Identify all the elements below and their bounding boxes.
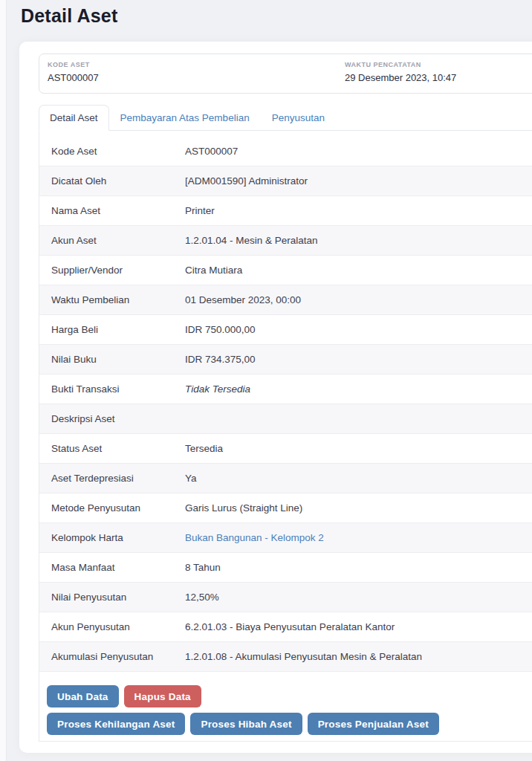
tab-detail-aset[interactable]: Detail Aset xyxy=(39,105,109,131)
table-row: Kode Aset AST000007 xyxy=(39,137,532,166)
row-value: 8 Tahun xyxy=(185,562,532,573)
table-row: Metode Penyusutan Garis Lurus (Straight … xyxy=(39,493,532,523)
row-label: Metode Penyusutan xyxy=(51,502,185,514)
proses-hibah-aset-button[interactable]: Proses Hibah Aset xyxy=(190,713,302,735)
detail-tabs: Detail AsetPembayaran Atas PembelianPeny… xyxy=(39,105,532,131)
row-value: 6.2.01.03 - Biaya Penyusutan Peralatan K… xyxy=(185,621,532,632)
row-label: Deskripsi Aset xyxy=(51,413,185,424)
row-label: Kelompok Harta xyxy=(51,532,185,543)
table-row: Akumulasi Penyusutan 1.2.01.08 - Akumula… xyxy=(39,642,532,672)
tab-label: Detail Aset xyxy=(50,112,98,123)
row-label: Kode Aset xyxy=(51,146,185,157)
proses-kehilangan-aset-button[interactable]: Proses Kehilangan Aset xyxy=(47,713,185,735)
row-label: Aset Terdepresiasi xyxy=(51,473,185,484)
row-label: Akun Penyusutan xyxy=(51,621,185,632)
tab-label: Pembayaran Atas Pembelian xyxy=(120,112,250,123)
waktu-pencatatan-value: 29 Desember 2023, 10:47 xyxy=(345,72,456,83)
detail-table: Kode Aset AST000007 Dicatat Oleh [ADM001… xyxy=(39,137,532,672)
summary-waktu-pencatatan: WAKTU PENCATATAN 29 Desember 2023, 10:47 xyxy=(345,61,456,83)
tab-pembayaran-atas-pembelian[interactable]: Pembayaran Atas Pembelian xyxy=(109,105,261,131)
table-row: Nilai Buku IDR 734.375,00 xyxy=(39,345,532,375)
page-left-gutter xyxy=(0,0,7,761)
row-label: Nilai Buku xyxy=(51,354,185,365)
row-label: Bukti Transaksi xyxy=(51,383,185,395)
table-row: Nama Aset Printer xyxy=(39,196,532,226)
table-row: Deskripsi Aset xyxy=(39,404,532,434)
waktu-pencatatan-label: WAKTU PENCATATAN xyxy=(345,61,456,68)
proses-penjualan-aset-button[interactable]: Proses Penjualan Aset xyxy=(308,713,439,735)
row-value: Tersedia xyxy=(185,443,532,454)
table-row: Akun Aset 1.2.01.04 - Mesin & Peralatan xyxy=(39,226,532,256)
row-value: 1.2.01.04 - Mesin & Peralatan xyxy=(185,235,532,246)
table-row: Supplier/Vendor Citra Mutiara xyxy=(39,256,532,285)
summary-kode-aset: KODE ASET AST000007 xyxy=(48,61,345,83)
table-row: Masa Manfaat 8 Tahun xyxy=(39,553,532,583)
table-row: Harga Beli IDR 750.000,00 xyxy=(39,315,532,345)
row-label: Dicatat Oleh xyxy=(51,175,185,187)
table-row: Aset Terdepresiasi Ya xyxy=(39,464,532,493)
hapus-data-button[interactable]: Hapus Data xyxy=(124,685,201,707)
page-title: Detail Aset xyxy=(21,5,117,27)
row-label: Nama Aset xyxy=(51,205,185,216)
action-buttons: Ubah DataHapus Data Proses Kehilangan As… xyxy=(39,672,532,741)
row-label: Status Aset xyxy=(51,443,185,454)
row-value: 1.2.01.08 - Akumulasi Penyusutan Mesin &… xyxy=(185,651,532,662)
tab-content: Kode Aset AST000007 Dicatat Oleh [ADM001… xyxy=(39,131,532,742)
row-label: Nilai Penyusutan xyxy=(51,592,185,603)
tab-label: Penyusutan xyxy=(272,112,325,123)
table-row: Kelompok Harta Bukan Bangunan - Kelompok… xyxy=(39,523,532,553)
tab-penyusutan[interactable]: Penyusutan xyxy=(261,105,336,131)
kode-aset-label: KODE ASET xyxy=(48,61,345,68)
row-label: Supplier/Vendor xyxy=(51,265,185,276)
table-row: Waktu Pembelian 01 Desember 2023, 00:00 xyxy=(39,285,532,315)
row-value: IDR 750.000,00 xyxy=(185,324,532,335)
kode-aset-value: AST000007 xyxy=(48,72,345,83)
row-label: Harga Beli xyxy=(51,324,185,335)
row-value: Tidak Tersedia xyxy=(185,383,532,395)
table-row: Nilai Penyusutan 12,50% xyxy=(39,583,532,612)
row-value: Ya xyxy=(185,473,532,484)
kelompok-harta-link[interactable]: Bukan Bangunan - Kelompok 2 xyxy=(185,532,532,543)
row-value: 01 Desember 2023, 00:00 xyxy=(185,294,532,305)
asset-detail-card: KODE ASET AST000007 WAKTU PENCATATAN 29 … xyxy=(19,42,532,753)
ubah-data-button[interactable]: Ubah Data xyxy=(47,685,119,707)
table-row: Akun Penyusutan 6.2.01.03 - Biaya Penyus… xyxy=(39,612,532,642)
row-value: Citra Mutiara xyxy=(185,265,532,276)
table-row: Status Aset Tersedia xyxy=(39,434,532,464)
row-value: 12,50% xyxy=(185,592,532,603)
row-value: AST000007 xyxy=(185,146,532,157)
primary-actions-row: Ubah DataHapus Data xyxy=(47,685,532,707)
row-label: Akun Aset xyxy=(51,235,185,246)
row-value: IDR 734.375,00 xyxy=(185,354,532,365)
table-row: Dicatat Oleh [ADM001590] Administrator xyxy=(39,166,532,196)
row-label: Akumulasi Penyusutan xyxy=(51,651,185,662)
asset-summary-box: KODE ASET AST000007 WAKTU PENCATATAN 29 … xyxy=(39,54,532,94)
row-value: Printer xyxy=(185,205,532,216)
row-value: [ADM001590] Administrator xyxy=(185,175,532,187)
table-row: Bukti Transaksi Tidak Tersedia xyxy=(39,375,532,404)
secondary-actions-row: Proses Kehilangan AsetProses Hibah AsetP… xyxy=(47,713,532,735)
row-label: Waktu Pembelian xyxy=(51,294,185,305)
row-label: Masa Manfaat xyxy=(51,562,185,573)
row-value: Garis Lurus (Straight Line) xyxy=(185,502,532,514)
